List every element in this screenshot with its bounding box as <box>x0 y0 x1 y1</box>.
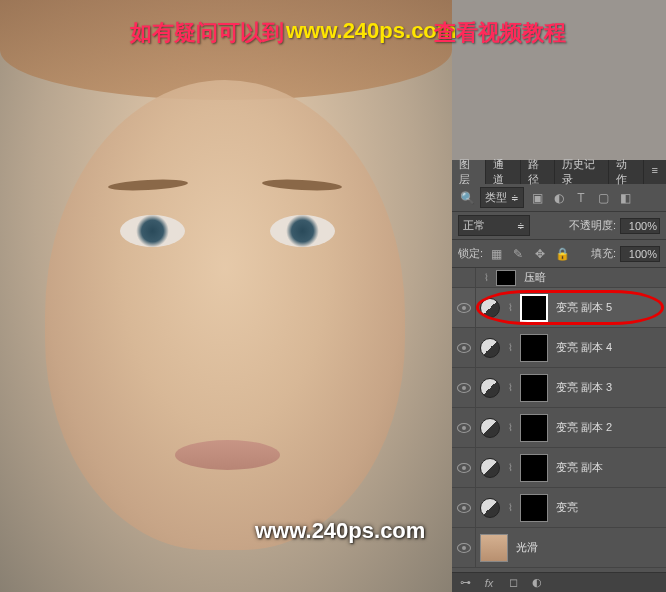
layer-row[interactable]: ⌇ 变亮 副本 5 <box>452 288 666 328</box>
link-icon: ⌇ <box>504 462 516 473</box>
visibility-toggle[interactable] <box>452 448 476 488</box>
overlay-text-1: 如有疑问可以到 <box>130 18 284 48</box>
image-content <box>120 215 185 247</box>
link-icon: ⌇ <box>504 302 516 313</box>
image-content <box>270 215 335 247</box>
eye-icon <box>457 383 471 393</box>
add-mask-icon[interactable]: ◻ <box>504 574 522 592</box>
layer-name[interactable]: 光滑 <box>512 540 662 555</box>
layer-row[interactable]: ⌇ 变亮 <box>452 488 666 528</box>
blend-row: 正常 ≑ 不透明度: 100% <box>452 212 666 240</box>
adjustment-filter-icon[interactable]: ◐ <box>550 189 568 207</box>
lock-row: 锁定: ▦ ✎ ✥ 🔒 填充: 100% <box>452 240 666 268</box>
eye-icon <box>457 303 471 313</box>
layer-name[interactable]: 变亮 <box>552 500 662 515</box>
tab-actions[interactable]: 动作 <box>609 160 643 184</box>
eye-icon <box>457 343 471 353</box>
link-icon: ⌇ <box>504 502 516 513</box>
panel-footer: ⊶ fx ◻ ◐ <box>452 572 666 592</box>
opacity-label: 不透明度: <box>569 218 616 233</box>
filter-row: 🔍 类型 ≑ ▣ ◐ T ▢ ◧ <box>452 184 666 212</box>
layer-name[interactable]: 变亮 副本 4 <box>552 340 662 355</box>
layer-mask-thumbnail[interactable] <box>520 454 548 482</box>
adjustment-layer-icon <box>480 498 500 518</box>
image-filter-icon[interactable]: ▣ <box>528 189 546 207</box>
adjustment-layer-icon <box>480 378 500 398</box>
lock-position-icon[interactable]: ✥ <box>531 245 549 263</box>
search-icon[interactable]: 🔍 <box>458 189 476 207</box>
chevron-down-icon: ≑ <box>511 193 519 203</box>
visibility-toggle[interactable] <box>452 488 476 528</box>
layer-name[interactable]: 变亮 副本 <box>552 460 662 475</box>
lock-label: 锁定: <box>458 246 483 261</box>
type-filter-icon[interactable]: T <box>572 189 590 207</box>
tab-history[interactable]: 历史记录 <box>555 160 609 184</box>
layer-mask-thumbnail[interactable] <box>520 334 548 362</box>
layer-thumbnail[interactable] <box>480 534 508 562</box>
image-content <box>175 440 280 470</box>
fill-field[interactable]: 100% <box>620 246 660 262</box>
lock-transparency-icon[interactable]: ▦ <box>487 245 505 263</box>
link-icon: ⌇ <box>504 382 516 393</box>
eye-icon <box>457 503 471 513</box>
link-icon: ⌇ <box>504 422 516 433</box>
adjustment-layer-icon <box>480 418 500 438</box>
panel-menu-icon[interactable]: ≡ <box>644 160 666 184</box>
layer-mask-thumbnail[interactable] <box>520 374 548 402</box>
fx-icon[interactable]: fx <box>480 574 498 592</box>
link-icon: ⌇ <box>480 272 492 283</box>
panel-tabs: 图层 通道 路径 历史记录 动作 ≡ <box>452 160 666 184</box>
watermark-site: www.240ps.com <box>255 518 425 544</box>
layer-name[interactable]: 变亮 副本 2 <box>552 420 662 435</box>
layers-list[interactable]: ⌇ 压暗 ⌇ 变亮 副本 5 ⌇ 变亮 副本 4 ⌇ 变亮 副本 3 <box>452 268 666 572</box>
tab-layers[interactable]: 图层 <box>452 160 486 184</box>
link-layers-icon[interactable]: ⊶ <box>456 574 474 592</box>
new-adjustment-icon[interactable]: ◐ <box>528 574 546 592</box>
chevron-down-icon: ≑ <box>517 221 525 231</box>
tab-channels[interactable]: 通道 <box>486 160 520 184</box>
eye-icon <box>457 543 471 553</box>
fill-label: 填充: <box>591 246 616 261</box>
adjustment-layer-icon <box>480 338 500 358</box>
visibility-toggle[interactable] <box>452 368 476 408</box>
eye-icon <box>457 423 471 433</box>
shape-filter-icon[interactable]: ▢ <box>594 189 612 207</box>
layer-mask-thumbnail[interactable] <box>520 414 548 442</box>
visibility-toggle[interactable] <box>452 268 476 288</box>
layer-mask-thumbnail[interactable] <box>496 270 516 286</box>
overlay-text-2: www.240ps.com <box>286 18 456 44</box>
layer-row[interactable]: ⌇ 变亮 副本 4 <box>452 328 666 368</box>
kind-dropdown[interactable]: 类型 ≑ <box>480 187 524 208</box>
tab-paths[interactable]: 路径 <box>521 160 555 184</box>
document-canvas[interactable] <box>0 0 452 592</box>
layers-panel: 图层 通道 路径 历史记录 动作 ≡ 🔍 类型 ≑ ▣ ◐ T ▢ ◧ 正常 ≑… <box>452 160 666 592</box>
adjustment-layer-icon <box>480 458 500 478</box>
layer-name[interactable]: 变亮 副本 5 <box>552 300 662 315</box>
layer-row[interactable]: ⌇ 变亮 副本 2 <box>452 408 666 448</box>
visibility-toggle[interactable] <box>452 408 476 448</box>
overlay-text-3: 查看视频教程 <box>434 18 566 48</box>
kind-label: 类型 <box>485 190 507 205</box>
image-content <box>45 80 405 550</box>
eye-icon <box>457 463 471 473</box>
lock-all-icon[interactable]: 🔒 <box>553 245 571 263</box>
layer-row[interactable]: ⌇ 变亮 副本 <box>452 448 666 488</box>
visibility-toggle[interactable] <box>452 328 476 368</box>
layer-mask-thumbnail[interactable] <box>520 294 548 322</box>
blend-mode-value: 正常 <box>463 218 485 233</box>
visibility-toggle[interactable] <box>452 528 476 568</box>
link-icon: ⌇ <box>504 342 516 353</box>
layer-row[interactable]: ⌇ 变亮 副本 3 <box>452 368 666 408</box>
layer-name[interactable]: 压暗 <box>520 270 662 285</box>
adjustment-layer-icon <box>480 298 500 318</box>
lock-pixels-icon[interactable]: ✎ <box>509 245 527 263</box>
layer-row[interactable]: ⌇ 压暗 <box>452 268 666 288</box>
layer-mask-thumbnail[interactable] <box>520 494 548 522</box>
visibility-toggle[interactable] <box>452 288 476 328</box>
layer-name[interactable]: 变亮 副本 3 <box>552 380 662 395</box>
opacity-field[interactable]: 100% <box>620 218 660 234</box>
blend-mode-dropdown[interactable]: 正常 ≑ <box>458 215 530 236</box>
layer-row[interactable]: 光滑 <box>452 528 666 568</box>
smart-filter-icon[interactable]: ◧ <box>616 189 634 207</box>
